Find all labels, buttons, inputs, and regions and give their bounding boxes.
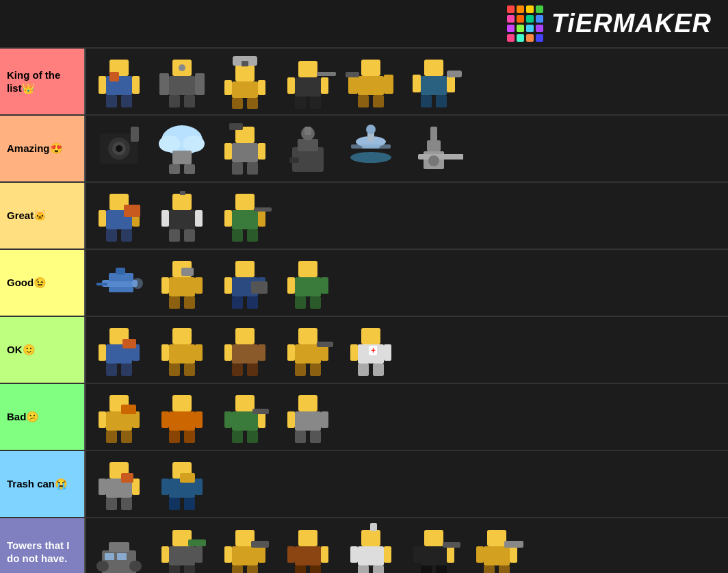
list-item (151, 253, 213, 313)
svg-rect-119 (295, 277, 321, 296)
tier-label-bad: Bad😕 (0, 384, 86, 450)
svg-rect-36 (424, 60, 443, 76)
svg-rect-230 (370, 523, 377, 531)
svg-rect-87 (195, 210, 203, 227)
logo-color-grid (507, 5, 543, 42)
list-item (88, 118, 150, 179)
svg-rect-152 (350, 344, 358, 361)
svg-rect-159 (106, 411, 132, 431)
svg-rect-227 (384, 546, 391, 563)
list-item (214, 320, 276, 380)
list-item (466, 522, 528, 573)
list-item (403, 118, 465, 179)
list-item (277, 253, 339, 313)
svg-rect-182 (295, 431, 306, 443)
svg-rect-93 (224, 210, 232, 227)
svg-rect-41 (436, 95, 447, 107)
tier-row-trashcan: Trash can😭 (0, 451, 728, 518)
svg-rect-129 (121, 364, 132, 376)
svg-rect-109 (184, 296, 195, 309)
svg-rect-16 (224, 80, 232, 95)
svg-rect-132 (169, 344, 195, 364)
svg-rect-121 (321, 277, 328, 294)
svg-rect-8 (169, 76, 195, 95)
svg-rect-228 (358, 565, 369, 573)
svg-rect-173 (224, 411, 232, 428)
svg-rect-56 (224, 143, 232, 160)
tier-label-good: Good😉 (0, 250, 86, 316)
svg-rect-108 (169, 296, 180, 309)
list-item (277, 387, 339, 447)
svg-rect-107 (195, 277, 203, 294)
svg-rect-86 (161, 210, 169, 227)
tier-items-ok: + (86, 317, 728, 383)
list-item (151, 51, 213, 112)
svg-rect-128 (106, 364, 117, 376)
svg-rect-175 (232, 431, 243, 443)
svg-rect-10 (195, 73, 205, 95)
list-item (88, 186, 150, 246)
svg-rect-97 (254, 207, 272, 212)
svg-rect-18 (232, 98, 243, 109)
svg-rect-229 (373, 565, 384, 573)
svg-rect-51 (172, 151, 192, 164)
svg-rect-170 (184, 431, 195, 443)
svg-rect-12 (184, 95, 195, 107)
svg-rect-234 (447, 546, 454, 563)
svg-rect-216 (247, 565, 258, 573)
svg-rect-92 (232, 210, 258, 229)
svg-rect-111 (235, 261, 255, 277)
list-item (214, 522, 276, 573)
svg-rect-123 (310, 296, 321, 309)
svg-rect-15 (232, 81, 258, 98)
svg-rect-165 (172, 395, 192, 411)
svg-rect-196 (184, 498, 195, 510)
svg-rect-242 (484, 565, 495, 573)
list-item (151, 186, 213, 246)
svg-rect-222 (295, 565, 306, 573)
svg-rect-94 (258, 210, 265, 227)
svg-rect-137 (235, 328, 255, 344)
svg-rect-140 (258, 344, 265, 361)
svg-rect-34 (373, 95, 384, 107)
svg-rect-84 (172, 194, 192, 210)
svg-rect-102 (116, 268, 125, 275)
svg-rect-85 (169, 210, 195, 229)
svg-rect-134 (195, 344, 203, 361)
tier-items-bad (86, 384, 728, 450)
svg-rect-162 (106, 431, 117, 443)
list-item (214, 118, 276, 179)
svg-rect-59 (247, 162, 258, 175)
list-item (151, 118, 213, 179)
svg-rect-76 (430, 127, 437, 142)
list-item (214, 253, 276, 313)
svg-text:+: + (371, 346, 376, 355)
svg-rect-106 (161, 277, 169, 294)
svg-rect-47 (131, 127, 139, 142)
svg-rect-72 (427, 140, 441, 151)
svg-rect-65 (289, 157, 299, 163)
svg-rect-210 (188, 539, 206, 546)
list-item (88, 387, 150, 447)
svg-rect-239 (484, 546, 510, 565)
list-item (151, 454, 213, 514)
svg-rect-81 (106, 229, 117, 242)
svg-rect-154 (358, 364, 369, 376)
tier-items-good (86, 250, 728, 316)
tier-row-king: King of the list👑 (0, 49, 728, 116)
svg-rect-153 (384, 344, 391, 361)
list-item (277, 51, 339, 112)
svg-rect-172 (232, 411, 258, 431)
svg-rect-224 (361, 530, 380, 546)
svg-rect-226 (350, 546, 358, 563)
svg-rect-19 (247, 98, 258, 109)
svg-rect-117 (251, 281, 268, 294)
svg-rect-74 (418, 154, 463, 160)
svg-rect-189 (121, 498, 132, 510)
svg-rect-89 (184, 229, 195, 242)
svg-rect-205 (169, 546, 195, 565)
svg-rect-145 (287, 344, 295, 361)
svg-rect-197 (180, 473, 195, 483)
tier-label-trashcan: Trash can😭 (0, 451, 86, 517)
svg-rect-150 (361, 328, 380, 344)
